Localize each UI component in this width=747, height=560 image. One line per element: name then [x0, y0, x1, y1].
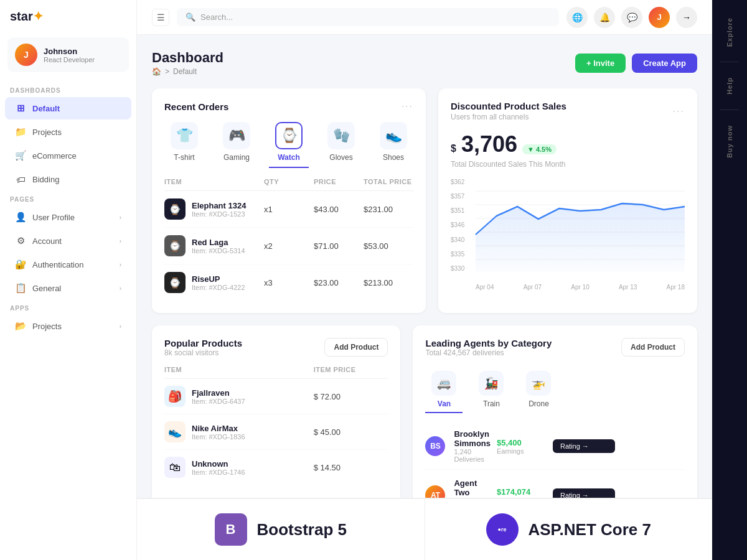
explore-item[interactable]: Explore	[722, 12, 737, 52]
breadcrumb: 🏠 > Default	[152, 67, 223, 76]
add-product-button-2[interactable]: Add Product	[621, 338, 685, 357]
add-product-button[interactable]: Add Product	[324, 338, 388, 357]
sales-title: Discounted Product Sales	[451, 101, 566, 111]
sidebar-item-bidding[interactable]: 🏷 Bidding	[5, 168, 131, 190]
bootstrap-icon: B	[215, 513, 247, 546]
sidebar-item-authentication[interactable]: 🔐 Authentication ›	[5, 253, 131, 276]
logo-star-icon: ✦	[33, 9, 44, 23]
tab-gaming[interactable]: 🎮 Gaming	[217, 122, 256, 168]
tab-train[interactable]: 🚂 Train	[472, 371, 510, 413]
agent-metric-area: $174,074 Earnings	[497, 487, 547, 498]
agent-avatar: BS	[425, 436, 445, 456]
item-thumb: ⌚	[164, 198, 186, 220]
sidebar-item-label: Default	[32, 104, 60, 113]
divider	[720, 62, 739, 62]
agents-subtitle: Total 424,567 deliveries	[425, 348, 552, 357]
item-thumb: ⌚	[164, 272, 186, 293]
agent-earning: $5,400	[497, 438, 547, 447]
pop-row: 👟 Nike AirMax Item: #XDG-1836 $ 45.00	[164, 414, 388, 450]
chevron-icon: ›	[120, 238, 121, 245]
sidebar-item-ecommerce[interactable]: 🛒 eCommerce	[5, 144, 131, 167]
tab-shoes[interactable]: 👟 Shoes	[374, 122, 413, 168]
agent-details: Brooklyn Simmons 1,240 Deliveries	[454, 429, 491, 463]
tab-gloves[interactable]: 🧤 Gloves	[321, 122, 361, 168]
sales-label: Total Discounted Sales This Month	[451, 160, 685, 169]
buy-now-item[interactable]: Buy now	[722, 120, 737, 163]
sidebar-item-label: User Profile	[32, 213, 75, 222]
pop-title-area: Popular Products 8k social visitors	[164, 338, 242, 357]
page-header: Dashboard 🏠 > Default + Invite Create Ap…	[152, 50, 697, 76]
watch-icon: ⌚	[275, 122, 303, 149]
tab-tshirt-label: T-shirt	[174, 153, 194, 162]
chart-x-labels: Apr 04 Apr 07 Apr 10 Apr 13 Apr 18	[476, 284, 685, 291]
col-item: ITEM	[164, 366, 314, 373]
pop-row: 🛍 Unknown Item: #XDG-1746 $ 14.50	[164, 450, 388, 485]
sidebar-item-label: Account	[32, 236, 62, 246]
tab-van[interactable]: 🚐 Van	[425, 371, 463, 413]
sidebar-item-label: eCommerce	[32, 151, 77, 161]
agents-list: BS Brooklyn Simmons 1,240 Deliveries $5,…	[425, 423, 685, 498]
doc-icon: 📋	[15, 282, 26, 294]
grid-icon: ⊞	[15, 103, 26, 114]
breadcrumb-current: Default	[173, 67, 197, 76]
sidebar-item-label: Projects	[32, 322, 62, 331]
rating-button[interactable]: Rating →	[553, 488, 615, 498]
agent-row: BS Brooklyn Simmons 1,240 Deliveries $5,…	[425, 423, 685, 470]
pop-title: Popular Products	[164, 338, 242, 348]
sidebar-item-projects[interactable]: 📁 Projects	[5, 121, 131, 143]
sidebar-item-projects-app[interactable]: 📂 Projects ›	[5, 315, 131, 337]
folder-icon: 📁	[15, 126, 26, 138]
sidebar-item-label: Projects	[32, 128, 62, 137]
avatar: J	[15, 44, 37, 66]
notification-icon[interactable]: 🔔	[594, 7, 615, 28]
item-info: 🎒 Fjallraven Item: #XDG-6437	[164, 386, 314, 407]
sales-badge: ▼ 4.5%	[522, 144, 557, 154]
arrow-icon[interactable]: →	[676, 7, 697, 28]
globe-icon[interactable]: 🌐	[566, 7, 588, 28]
sales-menu-icon[interactable]: ···	[673, 106, 685, 117]
sidebar-item-account[interactable]: ⚙ Account ›	[5, 230, 131, 252]
user-profile-card[interactable]: J Johnson React Developer	[7, 37, 129, 72]
section-dashboards: DASHBOARDS	[0, 82, 136, 96]
rating-button[interactable]: Rating →	[553, 439, 615, 453]
tab-drone[interactable]: 🚁 Drone	[520, 371, 557, 413]
agent-metric-area: $5,400 Earnings	[497, 438, 547, 455]
sidebar-item-user-profile[interactable]: 👤 User Profile ›	[5, 206, 131, 228]
item-code: Item: #XDG-6437	[192, 398, 245, 405]
bottom-row: Popular Products 8k social visitors Add …	[152, 325, 697, 498]
top-row: Recent Orders ··· 👕 T-shirt 🎮 Gaming ⌚	[152, 88, 697, 313]
tab-tshirt[interactable]: 👕 T-shirt	[164, 122, 204, 168]
asp-promo[interactable]: ●re ASP.NET Core 7	[425, 498, 713, 560]
settings-icon: ⚙	[15, 235, 26, 246]
sales-amount: $ 3,706 ▼ 4.5%	[451, 131, 685, 157]
item-code: Item: #XDG-1523	[192, 210, 246, 218]
y-label: $357	[451, 193, 473, 200]
sidebar-item-general[interactable]: 📋 General ›	[5, 277, 131, 299]
sidebar-item-default[interactable]: ⊞ Default	[5, 97, 131, 119]
y-label: $346	[451, 222, 473, 228]
message-icon[interactable]: 💬	[621, 7, 642, 28]
header-avatar[interactable]: J	[649, 7, 670, 28]
table-row: ⌚ Red Laga Item: #XDG-5314 x2 $71.00 $53…	[164, 228, 413, 264]
item-code: Item: #XDG-1746	[192, 469, 245, 476]
collapse-button[interactable]: ☰	[152, 9, 169, 26]
tab-watch[interactable]: ⌚ Watch	[269, 122, 309, 168]
page-title-area: Dashboard 🏠 > Default	[152, 50, 223, 76]
sales-title-area: Discounted Product Sales Users from all …	[451, 101, 566, 121]
user-role: React Developer	[44, 56, 95, 63]
invite-button[interactable]: + Invite	[575, 54, 626, 73]
help-item[interactable]: Help	[722, 72, 737, 100]
card-menu-icon[interactable]: ···	[402, 101, 413, 112]
create-app-button[interactable]: Create App	[632, 54, 697, 73]
sidebar-item-label: Bidding	[32, 175, 59, 184]
asp-icon: ●re	[486, 513, 519, 546]
bootstrap-label: Bootstrap 5	[257, 520, 347, 539]
bootstrap-promo[interactable]: B Bootstrap 5	[137, 498, 425, 560]
col-item: ITEM	[164, 178, 264, 185]
y-label: $335	[451, 251, 473, 258]
pop-table-header: ITEM ITEM PRICE	[164, 361, 388, 379]
dollar-sign: $	[451, 143, 456, 154]
sales-card-header: Discounted Product Sales Users from all …	[451, 101, 685, 121]
top-header: ☰ 🔍 Search... 🌐 🔔 💬 J →	[137, 0, 712, 35]
search-box[interactable]: 🔍 Search...	[177, 8, 559, 26]
